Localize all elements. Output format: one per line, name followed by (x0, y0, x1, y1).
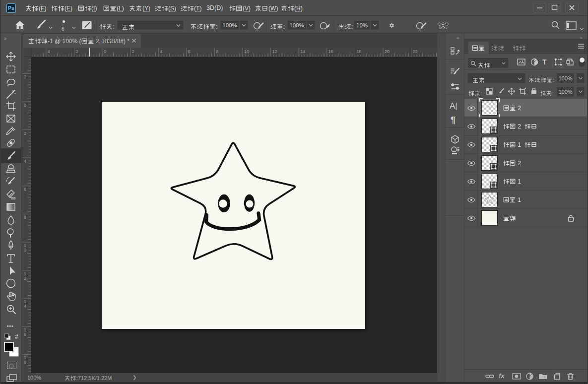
svg-text:12: 12 (272, 49, 277, 54)
svg-text:14: 14 (300, 49, 305, 54)
svg-text:2: 2 (24, 276, 26, 281)
svg-text:18: 18 (356, 49, 361, 54)
svg-text:2: 2 (75, 49, 78, 54)
svg-text:6: 6 (24, 332, 26, 337)
svg-text:16: 16 (328, 49, 333, 54)
svg-text:10: 10 (244, 49, 249, 54)
svg-text:0: 0 (104, 49, 106, 54)
svg-text:4: 4 (160, 49, 162, 54)
svg-text:8: 8 (24, 360, 26, 365)
svg-text:2: 2 (132, 49, 134, 54)
svg-text:2: 2 (24, 131, 26, 136)
svg-text:4: 4 (48, 49, 50, 54)
svg-text:8: 8 (24, 215, 26, 220)
svg-text:6: 6 (188, 49, 191, 54)
svg-text:0: 0 (24, 103, 26, 108)
svg-text:2: 2 (24, 74, 26, 79)
svg-text:8: 8 (216, 49, 218, 54)
svg-text:20: 20 (385, 49, 390, 54)
svg-text:0: 0 (24, 248, 26, 253)
svg-text:4: 4 (24, 304, 26, 309)
svg-text:4: 4 (24, 159, 26, 164)
svg-text:6: 6 (24, 187, 26, 192)
svg-text:22: 22 (413, 49, 418, 54)
